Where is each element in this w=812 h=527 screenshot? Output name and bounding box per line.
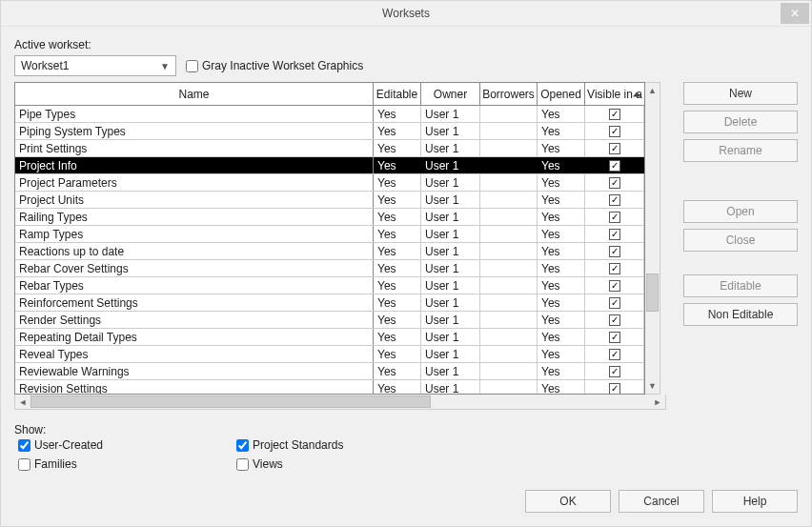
cell-visible[interactable]: ✓: [585, 226, 644, 242]
open-button[interactable]: Open: [683, 200, 798, 223]
show-families-input[interactable]: [18, 458, 30, 471]
gray-inactive-label: Gray Inactive Workset Graphics: [202, 59, 363, 72]
cell-name: Print Settings: [15, 140, 374, 156]
cell-borrowers: [480, 277, 538, 294]
cell-editable: Yes: [374, 106, 421, 122]
cell-visible[interactable]: ✓: [585, 346, 644, 362]
gray-inactive-input[interactable]: [186, 60, 198, 72]
table-row[interactable]: Project ParametersYesUser 1Yes✓: [15, 174, 644, 192]
cell-owner: User 1: [421, 106, 480, 122]
rename-button[interactable]: Rename: [683, 139, 798, 162]
cell-opened: Yes: [538, 329, 585, 345]
cell-visible[interactable]: ✓: [585, 260, 644, 276]
cell-visible[interactable]: ✓: [585, 277, 644, 294]
scroll-right-icon[interactable]: ►: [650, 395, 665, 409]
cell-visible[interactable]: ✓: [585, 329, 644, 345]
table-row[interactable]: Project UnitsYesUser 1Yes✓: [15, 192, 644, 209]
cell-visible[interactable]: ✓: [585, 192, 644, 208]
table-row[interactable]: Railing TypesYesUser 1Yes✓: [15, 209, 644, 226]
check-icon: ✓: [609, 160, 620, 172]
cancel-button[interactable]: Cancel: [619, 490, 704, 513]
table-row[interactable]: Reveal TypesYesUser 1Yes✓: [15, 346, 644, 363]
col-opened[interactable]: Opened: [538, 83, 585, 105]
cell-editable: Yes: [374, 226, 421, 242]
table-row[interactable]: Reinforcement SettingsYesUser 1Yes✓: [15, 294, 644, 312]
table-row[interactable]: Print SettingsYesUser 1Yes✓: [15, 140, 644, 157]
spacer: [683, 257, 798, 269]
content-area: Active workset: Workset1 ▼ Gray Inactive…: [1, 27, 811, 480]
table-row[interactable]: Ramp TypesYesUser 1Yes✓: [15, 226, 644, 243]
show-views[interactable]: Views: [236, 457, 343, 471]
cell-visible[interactable]: ✓: [585, 294, 644, 311]
table-row[interactable]: Reviewable WarningsYesUser 1Yes✓: [15, 363, 644, 380]
col-name[interactable]: Name: [15, 83, 374, 105]
scroll-thumb[interactable]: [646, 274, 659, 312]
cell-borrowers: [480, 140, 538, 156]
cell-visible[interactable]: ✓: [585, 123, 644, 139]
scroll-down-icon[interactable]: ▼: [645, 378, 660, 394]
check-icon: ✓: [609, 229, 620, 240]
cell-opened: Yes: [538, 209, 585, 225]
horizontal-scrollbar[interactable]: ◄ ►: [14, 395, 666, 410]
cell-visible[interactable]: ✓: [585, 106, 644, 122]
table-row[interactable]: Rebar Cover SettingsYesUser 1Yes✓: [15, 260, 644, 277]
scroll-left-icon[interactable]: ◄: [15, 395, 30, 409]
new-button[interactable]: New: [683, 82, 798, 105]
cell-editable: Yes: [374, 140, 421, 156]
col-owner[interactable]: Owner: [421, 83, 480, 105]
table-row[interactable]: Project InfoYesUser 1Yes✓: [15, 157, 644, 174]
cell-visible[interactable]: ✓: [585, 243, 644, 259]
active-workset-combo[interactable]: Workset1 ▼: [14, 55, 176, 76]
col-borrowers[interactable]: Borrowers: [480, 83, 538, 105]
close-button[interactable]: ✕: [781, 3, 809, 24]
check-icon: ✓: [609, 212, 620, 223]
cell-opened: Yes: [538, 174, 585, 191]
table-row[interactable]: Repeating Detail TypesYesUser 1Yes✓: [15, 329, 644, 346]
hscroll-thumb[interactable]: [30, 395, 431, 408]
check-icon: ✓: [609, 366, 620, 377]
cell-owner: User 1: [421, 140, 480, 156]
grid-header: Name Editable Owner Borrowers Opened Vis…: [15, 83, 644, 106]
cell-name: Project Units: [15, 192, 374, 208]
table-row[interactable]: Pipe TypesYesUser 1Yes✓: [15, 106, 644, 123]
table-row[interactable]: Reactions up to dateYesUser 1Yes✓: [15, 243, 644, 260]
editable-button[interactable]: Editable: [683, 274, 798, 297]
col-visible[interactable]: Visible in a: [585, 83, 644, 105]
table-row[interactable]: Rebar TypesYesUser 1Yes✓: [15, 277, 644, 294]
cell-visible[interactable]: ✓: [585, 157, 644, 173]
cell-visible[interactable]: ✓: [585, 363, 644, 379]
cell-visible[interactable]: ✓: [585, 174, 644, 191]
col-editable[interactable]: Editable: [374, 83, 421, 105]
gray-inactive-checkbox[interactable]: Gray Inactive Workset Graphics: [186, 59, 363, 72]
cell-owner: User 1: [421, 243, 480, 259]
show-project-standards[interactable]: Project Standards: [236, 438, 343, 452]
cell-owner: User 1: [421, 329, 480, 345]
cell-borrowers: [480, 226, 538, 242]
vertical-scrollbar[interactable]: ▲ ▼: [645, 82, 660, 395]
show-user-created-input[interactable]: [18, 439, 30, 452]
scroll-up-icon[interactable]: ▲: [645, 83, 660, 98]
cell-visible[interactable]: ✓: [585, 209, 644, 225]
show-families[interactable]: Families: [18, 457, 103, 471]
show-views-input[interactable]: [236, 458, 249, 471]
table-row[interactable]: Piping System TypesYesUser 1Yes✓: [15, 123, 644, 140]
cell-editable: Yes: [374, 243, 421, 259]
table-row[interactable]: Render SettingsYesUser 1Yes✓: [15, 312, 644, 329]
table-row[interactable]: Revision SettingsYesUser 1Yes✓: [15, 380, 644, 394]
cell-visible[interactable]: ✓: [585, 140, 644, 156]
delete-button[interactable]: Delete: [683, 111, 798, 133]
cell-name: Repeating Detail Types: [15, 329, 374, 345]
ok-button[interactable]: OK: [525, 490, 611, 513]
cell-visible[interactable]: ✓: [585, 380, 644, 394]
show-user-created[interactable]: User-Created: [18, 438, 103, 452]
cell-visible[interactable]: ✓: [585, 312, 644, 328]
cell-borrowers: [480, 346, 538, 362]
non-editable-button[interactable]: Non Editable: [683, 303, 798, 326]
help-button[interactable]: Help: [712, 490, 798, 513]
cell-borrowers: [480, 363, 538, 379]
cell-editable: Yes: [374, 157, 421, 173]
show-project-standards-input[interactable]: [236, 439, 249, 452]
cell-name: Railing Types: [15, 209, 374, 225]
close-side-button[interactable]: Close: [683, 229, 798, 252]
worksets-dialog: Worksets ✕ Active workset: Workset1 ▼ Gr…: [0, 0, 812, 527]
